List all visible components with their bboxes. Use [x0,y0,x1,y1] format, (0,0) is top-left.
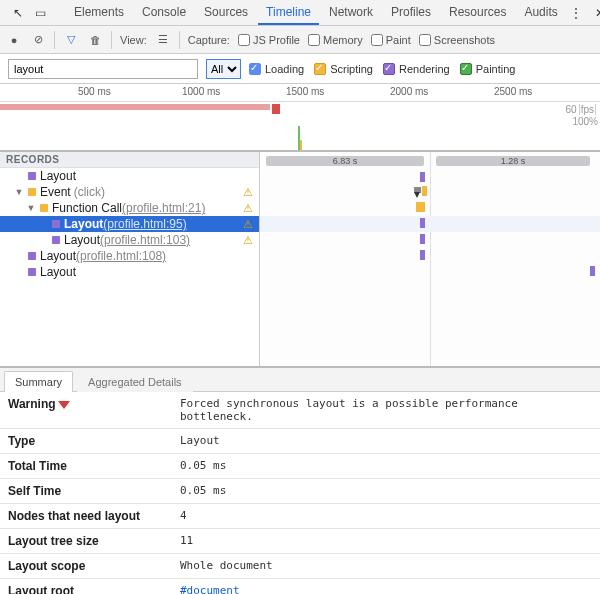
detail-key: Layout root [0,579,172,594]
detail-value: Forced synchronous layout is a possible … [172,392,600,428]
ruler-tick: 500 ms [78,86,111,97]
record-source-link[interactable]: (profile.html:21) [122,201,205,215]
ruler-tick: 1500 ms [286,86,324,97]
record-row[interactable]: ▼Event(click)⚠ [0,184,259,200]
capture-jsprofile[interactable]: JS Profile [238,34,300,46]
flame-group[interactable]: 1.28 s [436,156,590,166]
ruler-tick: 1000 ms [182,86,220,97]
expand-arrow-icon[interactable]: ▼ [26,203,36,213]
detail-key: Type [0,429,172,453]
record-label: Event [40,185,71,199]
warning-icon: ⚠ [243,234,253,247]
record-source-link[interactable]: (profile.html:108) [76,249,166,263]
close-icon[interactable]: ✕ [592,5,600,21]
clear-icon[interactable]: ⊘ [30,32,46,48]
legend-scripting[interactable]: Scripting [314,63,373,75]
trash-icon[interactable]: 🗑 [87,32,103,48]
records-header: RECORDS [0,152,259,168]
record-swatch-icon [28,252,36,260]
detail-value: #document [172,579,600,594]
tab-elements[interactable]: Elements [66,0,132,25]
filter-type-select[interactable]: All [206,59,241,79]
view-label: View: [120,34,147,46]
record-label: Layout [40,265,76,279]
tab-console[interactable]: Console [134,0,194,25]
record-label: Layout [64,233,100,247]
filter-row: All Loading Scripting Rendering Painting [0,54,600,84]
record-icon[interactable]: ● [6,32,22,48]
warning-icon: ⚠ [243,218,253,231]
flame-pane[interactable]: 6.83 s 1.28 s ▾ [260,152,600,366]
record-label: Function Call [52,201,122,215]
capture-memory[interactable]: Memory [308,34,363,46]
records-pane: RECORDS Layout▼Event(click)⚠▼Function Ca… [0,152,260,366]
record-swatch-icon [52,236,60,244]
record-swatch-icon [52,220,60,228]
detail-value: 0.05 ms [172,479,600,503]
record-row[interactable]: ▼Function Call (profile.html:21)⚠ [0,200,259,216]
timeline-toolbar: ● ⊘ ▽ 🗑 View: ☰ Capture: JS Profile Memo… [0,26,600,54]
capture-screenshots[interactable]: Screenshots [419,34,495,46]
legend-rendering[interactable]: Rendering [383,63,450,75]
tab-timeline[interactable]: Timeline [258,0,319,25]
filter-input[interactable] [8,59,198,79]
details-pane: WarningForced synchronous layout is a po… [0,392,600,594]
warning-icon: ⚠ [243,202,253,215]
record-source-link[interactable]: (profile.html:95) [103,217,186,231]
record-sublabel: (click) [74,185,105,199]
capture-legend: Loading Scripting Rendering Painting [249,63,515,75]
tab-network[interactable]: Network [321,0,381,25]
record-swatch-icon [28,268,36,276]
capture-paint[interactable]: Paint [371,34,411,46]
more-icon[interactable]: ⋮ [568,5,584,21]
fps-readout: 60fps 100% [566,104,598,128]
record-source-link[interactable]: (profile.html:103) [100,233,190,247]
detail-key: Layout scope [0,554,172,578]
view-mode-icon[interactable]: ☰ [155,32,171,48]
detail-key: Self Time [0,479,172,503]
overview-pane[interactable]: 60fps 100% [0,102,600,152]
record-row[interactable]: Layout (profile.html:108) [0,248,259,264]
flame-group[interactable]: 6.83 s [266,156,424,166]
detail-key: Warning [0,392,172,428]
tab-profiles[interactable]: Profiles [383,0,439,25]
details-tabs: Summary Aggregated Details [0,368,600,392]
record-label: Layout [40,249,76,263]
tab-aggregated[interactable]: Aggregated Details [77,371,193,392]
device-icon[interactable]: ▭ [32,5,48,21]
record-row[interactable]: Layout (profile.html:103)⚠ [0,232,259,248]
tab-audits[interactable]: Audits [516,0,565,25]
detail-value: Layout [172,429,600,453]
inspect-icon[interactable]: ↖ [10,5,26,21]
detail-value: 11 [172,529,600,553]
detail-key: Total Time [0,454,172,478]
detail-key: Layout tree size [0,529,172,553]
ruler-tick: 2000 ms [390,86,428,97]
legend-loading[interactable]: Loading [249,63,304,75]
capture-label: Capture: [188,34,230,46]
tab-summary[interactable]: Summary [4,371,73,392]
tab-sources[interactable]: Sources [196,0,256,25]
records-tree[interactable]: Layout▼Event(click)⚠▼Function Call (prof… [0,168,259,366]
overview-ruler[interactable]: 500 ms 1000 ms 1500 ms 2000 ms 2500 ms [0,84,600,102]
detail-value: 4 [172,504,600,528]
record-swatch-icon [28,172,36,180]
record-label: Layout [64,217,103,231]
detail-value: Whole document [172,554,600,578]
tab-resources[interactable]: Resources [441,0,514,25]
warning-icon: ⚠ [243,186,253,199]
legend-painting[interactable]: Painting [460,63,516,75]
record-row[interactable]: Layout [0,264,259,280]
detail-key: Nodes that need layout [0,504,172,528]
record-row[interactable]: Layout [0,168,259,184]
record-swatch-icon [40,204,48,212]
filter-icon[interactable]: ▽ [63,32,79,48]
devtools-tabstrip: ↖ ▭ Elements Console Sources Timeline Ne… [0,0,600,26]
detail-value: 0.05 ms [172,454,600,478]
expand-arrow-icon[interactable]: ▼ [14,187,24,197]
records-flame-split: RECORDS Layout▼Event(click)⚠▼Function Ca… [0,152,600,368]
layout-root-link[interactable]: #document [180,584,240,594]
record-label: Layout [40,169,76,183]
record-row[interactable]: Layout (profile.html:95)⚠ [0,216,259,232]
warning-flag-icon [58,401,70,409]
